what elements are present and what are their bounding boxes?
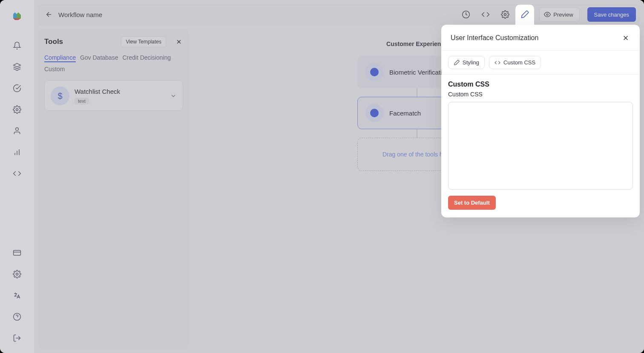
subtab-custom-css-label: Custom CSS [503,59,535,66]
preview-label: Preview [553,12,573,18]
workflow-name[interactable]: Workflow name [58,11,102,18]
gear-icon[interactable] [12,105,22,114]
svg-point-1 [16,109,18,111]
svg-marker-0 [14,64,21,67]
tool-card-badge: text [75,98,89,104]
svg-point-8 [16,273,18,275]
ui-customization-panel-wrap: User Interface Customization Styling Cus… [441,25,640,217]
tools-panel: Tools View Templates Compliance Gov Data… [38,29,189,349]
tool-card-watchlist[interactable]: $ Watchlist Check text [44,80,183,111]
tab-credit-decisioning[interactable]: Credit Decisioning [122,54,171,62]
logout-icon[interactable] [12,333,22,343]
subtab-styling[interactable]: Styling [448,56,485,69]
app-logo [9,8,25,23]
customize-ui-icon[interactable] [517,7,532,22]
workflow-settings-icon[interactable] [497,7,513,22]
code-icon[interactable] [12,169,22,178]
topbar: Workflow name Preview Save changes [38,4,640,25]
dollar-icon: $ [51,87,69,105]
bar-chart-icon[interactable] [12,148,22,157]
check-circle-icon[interactable] [12,84,22,93]
close-icon[interactable] [621,33,630,43]
svg-point-14 [504,14,506,16]
svg-point-9 [14,313,21,321]
tab-compliance[interactable]: Compliance [44,54,76,62]
svg-rect-6 [14,250,21,255]
subtab-custom-css[interactable]: Custom CSS [489,56,541,69]
section-heading: Custom CSS [448,81,633,88]
settings-icon[interactable] [12,269,22,279]
sidebar [0,0,34,353]
save-label: Save changes [594,12,629,18]
translate-icon[interactable] [12,291,22,300]
user-icon[interactable] [12,126,22,136]
connector [417,88,417,97]
code-view-icon[interactable] [478,7,493,22]
save-button[interactable]: Save changes [587,7,636,22]
svg-point-15 [546,14,548,15]
field-label: Custom CSS [448,91,633,98]
layers-icon[interactable] [12,62,22,72]
node-label: Biometric Verification [389,69,449,76]
node-dot-icon [365,63,383,81]
history-icon[interactable] [458,7,474,22]
tab-custom[interactable]: Custom [44,66,183,72]
node-dot-icon [365,104,383,122]
preview-button[interactable]: Preview [539,7,579,22]
brush-icon [454,60,460,66]
tool-tabs: Compliance Gov Database Credit Decisioni… [44,54,183,72]
connector [417,129,417,138]
code-icon [494,60,500,66]
chevron-down-icon [170,93,177,99]
ui-panel-title: User Interface Customization [451,34,538,42]
set-to-default-button[interactable]: Set to Default [448,196,496,210]
tools-close-icon[interactable] [175,38,183,46]
tools-title: Tools [44,38,63,46]
ui-customization-panel: User Interface Customization Styling Cus… [441,25,640,217]
bell-icon[interactable] [12,41,22,50]
credit-card-icon[interactable] [12,248,22,258]
tab-gov-database[interactable]: Gov Database [80,54,118,62]
view-templates-button[interactable]: View Templates [121,36,166,47]
subtab-styling-label: Styling [463,59,479,66]
canvas-heading: Customer Experience [386,41,448,47]
tool-card-title: Watchlist Check [75,88,165,95]
svg-point-2 [16,128,19,131]
back-button[interactable] [44,9,54,20]
custom-css-textarea[interactable] [448,102,633,190]
node-label: Facematch [389,110,421,117]
help-circle-icon[interactable] [12,312,22,321]
